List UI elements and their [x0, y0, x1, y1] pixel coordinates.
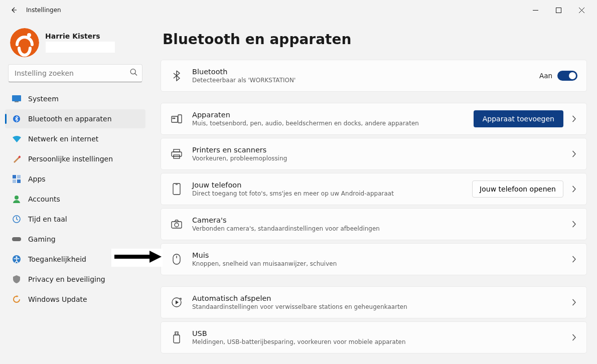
- sidebar-item-label: Tijd en taal: [28, 215, 67, 223]
- card-subtitle: Muis, toetsenbord, pen, audio, beeldsche…: [192, 120, 465, 127]
- devices-icon: [170, 114, 183, 123]
- card-cameras[interactable]: Camera's Verbonden camera's, standaardin…: [161, 208, 587, 240]
- svg-point-3: [130, 69, 135, 74]
- svg-rect-5: [15, 101, 19, 102]
- profile-email-redacted: [45, 41, 115, 53]
- window-title: Instellingen: [26, 7, 61, 14]
- sidebar-item-privacy[interactable]: Privacy en beveiliging: [5, 270, 145, 289]
- card-subtitle: Knoppen, snelheid van muisaanwijzer, sch…: [192, 260, 561, 267]
- search-icon: [130, 69, 137, 78]
- sidebar-item-accounts[interactable]: Accounts: [5, 190, 145, 209]
- card-autoplay[interactable]: Automatisch afspelen Standaardinstelling…: [161, 286, 587, 318]
- profile-block[interactable]: Harrie Kisters: [4, 24, 146, 64]
- chevron-right-icon: [570, 115, 577, 122]
- svg-point-20: [174, 118, 175, 119]
- sidebar-item-windows-update[interactable]: Windows Update: [5, 290, 145, 309]
- svg-rect-24: [173, 184, 180, 195]
- accessibility-icon: [12, 255, 21, 264]
- chevron-right-icon: [570, 186, 577, 193]
- profile-name: Harrie Kisters: [45, 32, 115, 40]
- card-usb[interactable]: USB Meldingen, USB-batterijbesparing, vo…: [161, 321, 587, 353]
- chevron-right-icon: [570, 150, 577, 157]
- autoplay-icon: [170, 297, 183, 308]
- svg-rect-4: [12, 95, 21, 101]
- avatar: [10, 28, 39, 57]
- card-title: Muis: [192, 251, 561, 259]
- sidebar-item-label: Systeem: [28, 95, 59, 103]
- close-icon: [579, 8, 584, 13]
- svg-rect-8: [13, 175, 16, 178]
- sidebar-item-network[interactable]: Netwerk en internet: [5, 129, 145, 148]
- svg-rect-17: [172, 116, 178, 122]
- chevron-right-icon: [570, 256, 577, 263]
- sidebar-item-label: Netwerk en internet: [28, 135, 98, 143]
- main-content: Bluetooth en apparaten Bluetooth Detecte…: [151, 20, 597, 364]
- sidebar-item-label: Persoonlijke instellingen: [28, 155, 113, 163]
- paintbrush-icon: [12, 154, 21, 163]
- card-subtitle: Voorkeuren, probleemoplossing: [192, 155, 561, 162]
- sidebar-item-label: Windows Update: [28, 295, 87, 303]
- card-printers[interactable]: Printers en scanners Voorkeuren, problee…: [161, 138, 587, 170]
- sidebar-item-label: Gaming: [28, 235, 56, 243]
- camera-icon: [170, 220, 183, 229]
- card-subtitle: Direct toegang tot foto's, sms'jes en me…: [192, 190, 463, 197]
- svg-point-16: [16, 256, 18, 258]
- bluetooth-icon: [12, 114, 21, 123]
- mouse-icon: [170, 254, 183, 265]
- add-device-button[interactable]: Apparaat toevoegen: [474, 110, 563, 127]
- window-controls: [524, 2, 593, 18]
- card-bluetooth[interactable]: Bluetooth Detecteerbaar als 'WORKSTATION…: [161, 60, 587, 92]
- back-button[interactable]: [4, 0, 24, 20]
- card-phone[interactable]: Jouw telefoon Direct toegang tot foto's,…: [161, 173, 587, 205]
- person-icon: [12, 195, 21, 204]
- update-icon: [12, 295, 21, 304]
- bluetooth-toggle[interactable]: Aan: [539, 71, 577, 81]
- card-devices[interactable]: Apparaten Muis, toetsenbord, pen, audio,…: [161, 103, 587, 135]
- chevron-right-icon: [570, 334, 577, 341]
- sidebar-item-personalization[interactable]: Persoonlijke instellingen: [5, 149, 145, 168]
- card-title: Apparaten: [192, 111, 465, 119]
- sidebar-item-gaming[interactable]: Gaming: [5, 230, 145, 249]
- close-button[interactable]: [570, 2, 593, 18]
- sidebar-item-apps[interactable]: Apps: [5, 169, 145, 189]
- page-title: Bluetooth en apparaten: [163, 31, 587, 48]
- svg-point-19: [173, 118, 174, 119]
- bluetooth-icon: [170, 70, 183, 81]
- card-title: Printers en scanners: [192, 146, 561, 154]
- svg-rect-11: [17, 179, 21, 183]
- search-input[interactable]: [8, 64, 142, 82]
- usb-icon: [170, 331, 183, 343]
- minimize-button[interactable]: [524, 2, 547, 18]
- sidebar-item-bluetooth-devices[interactable]: Bluetooth en apparaten: [5, 109, 145, 128]
- card-title: Bluetooth: [192, 68, 530, 76]
- display-icon: [12, 94, 21, 103]
- sidebar: Harrie Kisters Systeem Bluetooth en appa…: [0, 20, 151, 364]
- svg-point-1: [10, 28, 39, 57]
- open-phone-button[interactable]: Jouw telefoon openen: [472, 180, 563, 198]
- sidebar-item-label: Toegankelijkheid: [28, 255, 86, 263]
- toggle-switch-on-icon: [557, 71, 577, 81]
- card-title: Jouw telefoon: [192, 181, 463, 189]
- chevron-right-icon: [570, 221, 577, 228]
- nav-list: Systeem Bluetooth en apparaten Netwerk e…: [4, 89, 146, 309]
- sidebar-item-accessibility[interactable]: Toegankelijkheid: [5, 250, 145, 269]
- maximize-button[interactable]: [547, 2, 570, 18]
- sidebar-item-time-language[interactable]: Tijd en taal: [5, 210, 145, 229]
- shield-icon: [12, 275, 21, 284]
- chevron-right-icon: [570, 299, 577, 306]
- maximize-icon: [556, 8, 561, 13]
- svg-rect-22: [172, 152, 182, 156]
- sidebar-item-label: Bluetooth en apparaten: [28, 115, 112, 123]
- svg-point-2: [27, 33, 31, 37]
- arrow-left-icon: [10, 6, 18, 14]
- phone-icon: [170, 183, 183, 195]
- sidebar-item-label: Apps: [28, 175, 46, 183]
- card-mouse[interactable]: Muis Knoppen, snelheid van muisaanwijzer…: [161, 243, 587, 275]
- gamepad-icon: [12, 235, 21, 244]
- svg-point-12: [15, 196, 19, 200]
- card-subtitle: Standaardinstellingen voor verwisselbare…: [192, 303, 561, 310]
- sidebar-item-system[interactable]: Systeem: [5, 89, 145, 108]
- card-subtitle: Detecteerbaar als 'WORKSTATION': [192, 77, 530, 84]
- apps-icon: [12, 174, 21, 184]
- minimize-icon: [533, 8, 538, 13]
